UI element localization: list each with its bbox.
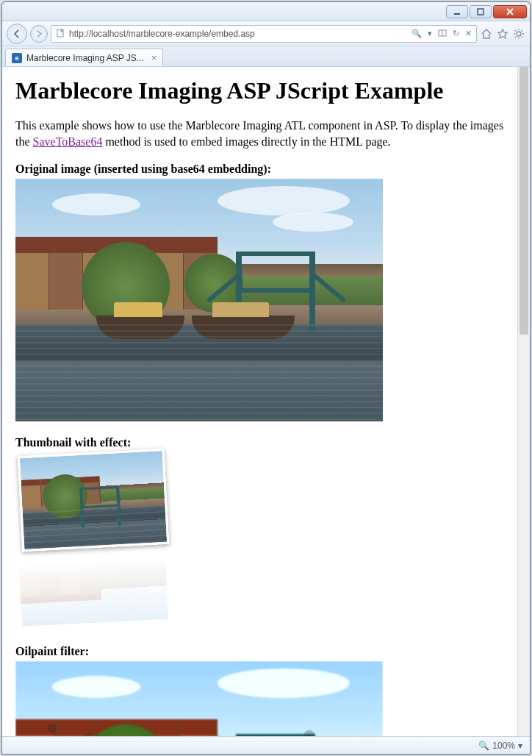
window-titlebar bbox=[2, 2, 530, 21]
page-viewport: Marblecore Imaging ASP JScript Example T… bbox=[2, 67, 530, 736]
tab-title: Marblecore Imaging ASP JS... bbox=[26, 53, 144, 63]
svg-point-7 bbox=[517, 32, 521, 36]
favorites-icon[interactable] bbox=[496, 27, 509, 40]
compat-view-icon[interactable] bbox=[436, 29, 448, 39]
svg-rect-1 bbox=[478, 9, 484, 15]
address-bar[interactable]: 🔍 ▾ ↻ ✕ bbox=[51, 25, 477, 43]
intro-paragraph: This example shows how to use the Marble… bbox=[15, 118, 517, 149]
caption-oilpaint: Oilpaint filter: bbox=[15, 645, 517, 658]
original-image bbox=[15, 179, 383, 421]
svg-line-14 bbox=[515, 36, 517, 38]
status-bar: 🔍 100% ▾ bbox=[2, 736, 530, 754]
zoom-dropdown-icon[interactable]: ▾ bbox=[518, 741, 522, 751]
svg-line-15 bbox=[522, 30, 523, 32]
browser-window: 🔍 ▾ ↻ ✕ e Marblecore Imaging ASP JS... ×… bbox=[1, 1, 531, 755]
scrollbar-thumb[interactable] bbox=[520, 67, 528, 335]
oilpaint-image bbox=[15, 661, 383, 736]
zoom-icon: 🔍 bbox=[478, 741, 489, 751]
zoom-control[interactable]: 🔍 100% ▾ bbox=[478, 741, 522, 751]
minimize-button[interactable] bbox=[446, 5, 468, 18]
thumbnail-image bbox=[15, 452, 206, 623]
home-icon[interactable] bbox=[480, 27, 493, 40]
tab-close-icon[interactable]: × bbox=[151, 52, 157, 63]
caption-original: Original image (inserted using base64 em… bbox=[15, 163, 517, 176]
search-icon[interactable]: 🔍 bbox=[410, 29, 423, 38]
tab-bar: e Marblecore Imaging ASP JS... × bbox=[2, 46, 530, 67]
close-button[interactable] bbox=[493, 5, 527, 18]
page-content: Marblecore Imaging ASP JScript Example T… bbox=[2, 67, 530, 736]
browser-tab[interactable]: e Marblecore Imaging ASP JS... × bbox=[5, 49, 163, 66]
url-input[interactable] bbox=[69, 29, 407, 39]
browser-navbar: 🔍 ▾ ↻ ✕ bbox=[2, 21, 530, 46]
refresh-icon[interactable]: ↻ bbox=[451, 29, 461, 38]
zoom-level: 100% bbox=[492, 741, 515, 751]
back-button[interactable] bbox=[7, 24, 27, 44]
savetobase64-link[interactable]: SaveToBase64 bbox=[33, 135, 103, 148]
stop-icon[interactable]: ✕ bbox=[464, 29, 473, 38]
maximize-button[interactable] bbox=[470, 5, 492, 18]
tab-favicon-icon: e bbox=[12, 53, 22, 63]
forward-button[interactable] bbox=[30, 25, 48, 43]
tools-icon[interactable] bbox=[512, 27, 525, 40]
addr-dropdown-icon[interactable]: ▾ bbox=[426, 29, 434, 38]
caption-thumbnail: Thumbnail with effect: bbox=[15, 436, 517, 449]
page-icon bbox=[54, 29, 66, 39]
intro-text-after: method is used to embed images directly … bbox=[102, 135, 390, 148]
vertical-scrollbar[interactable] bbox=[517, 67, 530, 736]
svg-line-13 bbox=[522, 36, 523, 38]
page-title: Marblecore Imaging ASP JScript Example bbox=[15, 77, 517, 104]
svg-line-12 bbox=[515, 30, 517, 32]
